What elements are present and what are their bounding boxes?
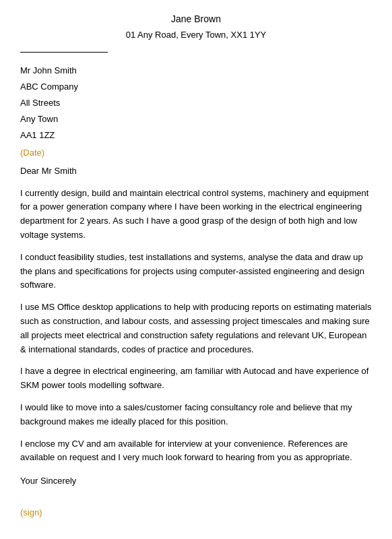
recipient-postcode: AA1 1ZZ [20,128,372,143]
recipient-name: Mr John Smith [20,63,372,78]
sender-name: Jane Brown [20,13,372,24]
recipient-town: Any Town [20,112,372,127]
recipient-company: ABC Company [20,80,372,94]
divider-line [20,52,108,53]
recipient-block: Mr John Smith ABC Company All Streets An… [20,63,372,143]
paragraph-5: I would like to move into a sales/custom… [20,401,372,429]
recipient-street: All Streets [20,96,372,110]
paragraph-4: I have a degree in electrical engineerin… [20,364,372,393]
paragraph-1: I currently design, build and maintain e… [20,187,372,243]
paragraph-6: I enclose my CV and am available for int… [20,437,372,466]
date-line: (Date) [20,146,372,160]
valediction: Your Sincerely [20,473,372,488]
sender-address: 01 Any Road, Every Town, XX1 1YY [20,30,372,40]
paragraph-3: I use MS Office desktop applications to … [20,300,372,356]
closing-block: Your Sincerely (sign) Jane Brown [20,473,372,539]
letter-header: Jane Brown 01 Any Road, Every Town, XX1 … [20,13,372,40]
sign: (sign) [20,505,372,520]
letter-body: I currently design, build and maintain e… [20,187,372,466]
greeting: Dear Mr Smith [20,164,372,179]
paragraph-2: I conduct feasibility studies, test inst… [20,251,372,292]
closing-name: Jane Brown [20,536,372,539]
